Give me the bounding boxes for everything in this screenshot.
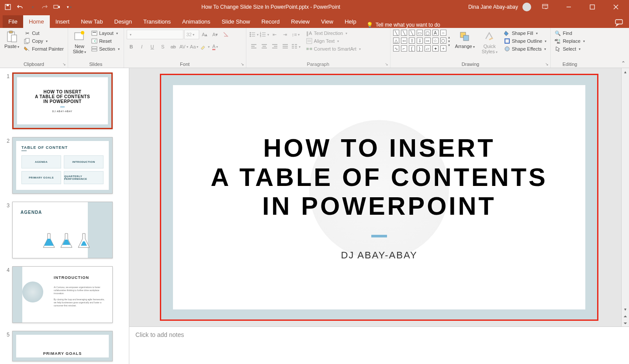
scroll-up-icon[interactable]: ▴	[624, 68, 626, 75]
tab-slide-show[interactable]: Slide Show	[216, 15, 256, 28]
tab-animations[interactable]: Animations	[176, 15, 216, 28]
thumb-5[interactable]: 5 PRIMARY GOALS	[2, 331, 125, 361]
shape-arrow-r-icon[interactable]: ⇨	[425, 38, 431, 44]
user-avatar[interactable]	[522, 3, 531, 11]
tab-review[interactable]: Review	[285, 15, 315, 28]
decrease-indent-icon[interactable]: ⇤	[270, 30, 280, 39]
shape-line-icon[interactable]: ╲	[393, 30, 399, 36]
replace-button[interactable]: abacReplace	[553, 38, 586, 45]
underline-icon[interactable]: U	[148, 42, 157, 52]
select-button[interactable]: Select	[553, 45, 586, 52]
redo-icon[interactable]	[41, 3, 48, 10]
highlight-icon[interactable]	[200, 42, 210, 52]
next-slide-icon[interactable]: ⏷	[623, 319, 628, 326]
tab-design[interactable]: Design	[109, 15, 138, 28]
line-spacing-icon[interactable]: ↕≡	[291, 30, 301, 39]
shape-hex-icon[interactable]: ⬡	[440, 38, 446, 44]
font-size-combo[interactable]: 32	[184, 30, 199, 39]
tab-home[interactable]: Home	[23, 15, 50, 28]
qat-customize[interactable]: ▾	[66, 3, 73, 10]
tab-new-tab[interactable]: New Tab	[75, 15, 108, 28]
slide-selection[interactable]: HOW TO INSERT A TABLE OF CONTENTS IN POW…	[160, 74, 598, 321]
tell-me[interactable]: 💡 Tell me what you want to do	[362, 22, 445, 28]
justify-icon[interactable]	[280, 42, 290, 52]
maximize-button[interactable]	[583, 0, 602, 14]
shape-text-icon[interactable]: A	[432, 30, 439, 36]
shape-conn-icon[interactable]: ⌐	[401, 45, 407, 52]
clipboard-dialog-launcher[interactable]: ↘	[62, 62, 67, 67]
numbering-icon[interactable]: 123	[259, 30, 269, 39]
bullets-icon[interactable]	[249, 30, 259, 39]
slide-canvas[interactable]: HOW TO INSERT A TABLE OF CONTENTS IN POW…	[161, 75, 597, 319]
format-painter-button[interactable]: Format Painter	[23, 45, 65, 52]
tab-help[interactable]: Help	[339, 15, 362, 28]
increase-indent-icon[interactable]: ⇥	[280, 30, 290, 39]
shape-tri-icon[interactable]: △	[393, 38, 399, 44]
shape-rect-icon[interactable]: ▭	[417, 30, 423, 36]
shape-outline-button[interactable]: Shape Outline	[503, 38, 548, 45]
change-case-icon[interactable]: Aa	[190, 42, 199, 52]
shape-oval-icon[interactable]: ○	[440, 30, 446, 36]
convert-smartart-button[interactable]: Convert to SmartArt	[305, 45, 362, 52]
thumb-2[interactable]: 2 TABLE OF CONTENT AGENDA INTRODUCTION P…	[2, 137, 125, 194]
find-button[interactable]: 🔍Find	[553, 30, 586, 37]
close-button[interactable]	[606, 0, 626, 14]
tab-transitions[interactable]: Transitions	[138, 15, 176, 28]
slide-thumbnails[interactable]: 1 HOW TO INSERT A TABLE OF CONTENTS IN P…	[0, 68, 129, 364]
cut-button[interactable]: ✂Cut	[23, 30, 65, 37]
shapes-more[interactable]: ▾	[448, 43, 450, 47]
align-left-icon[interactable]	[249, 42, 259, 52]
paragraph-dialog-launcher[interactable]: ↘	[384, 62, 389, 67]
shape-line3-icon[interactable]: ╲	[409, 30, 415, 36]
align-right-icon[interactable]	[270, 42, 280, 52]
drawing-dialog-launcher[interactable]: ↘	[544, 62, 550, 67]
comments-icon[interactable]	[609, 19, 629, 28]
columns-icon[interactable]	[291, 42, 301, 52]
section-button[interactable]: Section	[90, 45, 121, 52]
prev-slide-icon[interactable]: ⏶	[623, 312, 628, 319]
shapes-gallery[interactable]: ╲╲╲▭▢A○ △⇦⇧⇩⇨☆⬡ ∿⌐{}▱✦＋	[393, 30, 447, 52]
shape-brace-l-icon[interactable]: {	[409, 45, 415, 52]
increase-font-icon[interactable]: A▴	[200, 30, 210, 39]
shape-brace-r-icon[interactable]: }	[417, 45, 423, 52]
layout-button[interactable]: Layout	[90, 30, 121, 37]
shape-roundrect-icon[interactable]: ▢	[425, 30, 431, 36]
tab-view[interactable]: View	[315, 15, 339, 28]
shape-arrow-d-icon[interactable]: ⇩	[417, 38, 423, 44]
italic-icon[interactable]: I	[137, 42, 147, 52]
arrange-button[interactable]: Arrange	[453, 30, 477, 50]
undo-icon[interactable]	[17, 3, 24, 10]
thumb-1[interactable]: 1 HOW TO INSERT A TABLE OF CONTENTS IN P…	[2, 72, 125, 129]
character-spacing-icon[interactable]: AV	[179, 42, 189, 52]
paste-button[interactable]: Paste	[3, 30, 21, 50]
tab-insert[interactable]: Insert	[50, 15, 76, 28]
thumb-4[interactable]: 4 INTRODUCTION At Contoso, we empower or…	[2, 266, 125, 323]
save-icon[interactable]	[4, 3, 11, 10]
shape-fill-button[interactable]: Shape Fill	[503, 30, 548, 37]
shape-callout-icon[interactable]: ▱	[425, 45, 431, 52]
shape-line2-icon[interactable]: ╲	[401, 30, 407, 36]
shape-star-icon[interactable]: ☆	[432, 38, 439, 44]
tab-file[interactable]: File	[3, 15, 23, 28]
undo-dropdown[interactable]	[29, 3, 36, 10]
shape-star5-icon[interactable]: ✦	[432, 45, 439, 52]
align-center-icon[interactable]	[259, 42, 269, 52]
font-color-icon[interactable]: A	[211, 42, 220, 52]
thumb-3[interactable]: 3 AGENDA	[2, 202, 125, 258]
text-direction-button[interactable]: ‖AText Direction	[305, 30, 362, 37]
shape-curve-icon[interactable]: ∿	[393, 45, 399, 52]
shapes-scroll-down[interactable]: ▾	[448, 39, 450, 43]
shadow-icon[interactable]: S	[158, 42, 168, 52]
clear-formatting-icon[interactable]	[221, 30, 231, 39]
tab-record[interactable]: Record	[256, 15, 285, 28]
copy-button[interactable]: Copy	[23, 38, 65, 45]
shape-plus-icon[interactable]: ＋	[440, 45, 446, 52]
shapes-scroll-up[interactable]: ▴	[448, 35, 450, 39]
strikethrough-icon[interactable]: ab	[169, 42, 178, 52]
decrease-font-icon[interactable]: A▾	[211, 30, 220, 39]
new-slide-button[interactable]: New Slide	[71, 30, 88, 55]
collapse-ribbon-icon[interactable]: ⌃	[621, 60, 626, 66]
scroll-down-icon[interactable]: ▾	[624, 306, 626, 312]
bold-icon[interactable]: B	[127, 42, 136, 52]
ribbon-display-options-icon[interactable]	[536, 0, 555, 14]
